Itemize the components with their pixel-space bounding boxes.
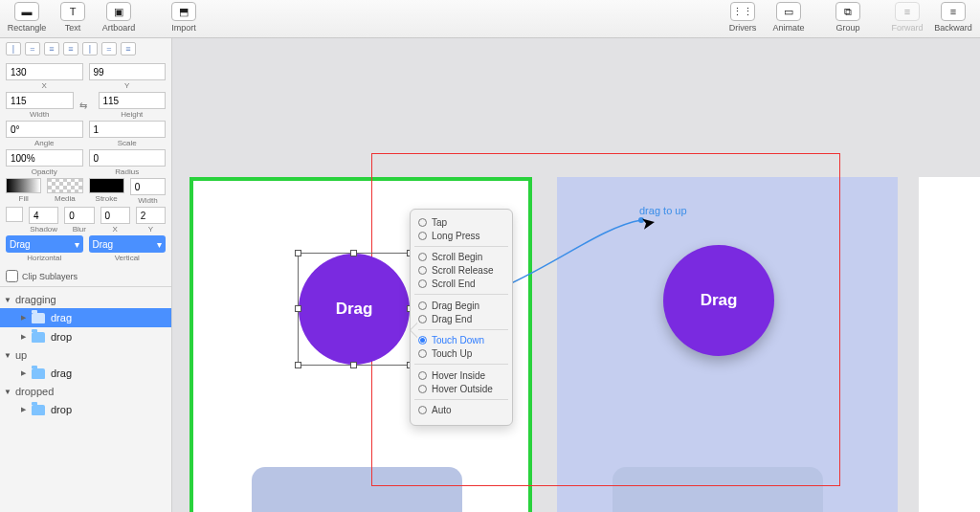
tool-import[interactable]: ⬒Import [163,2,205,33]
trigger-scroll-begin[interactable]: Scroll Begin [414,251,508,264]
trigger-scroll-release[interactable]: Scroll Release [414,264,508,278]
trigger-hover-inside[interactable]: Hover Inside [414,368,508,382]
folder-icon [32,313,45,323]
shadow-swatch[interactable] [6,207,23,222]
tool-group[interactable]: ⧉Group [827,2,869,33]
width-label: Width [30,110,49,119]
clip-sublayers-checkbox[interactable]: Clip Sublayers [0,266,171,286]
height-label: Height [121,110,143,119]
stroke-width-label: Width [138,196,157,205]
shadow-x-label: X [112,225,117,234]
folder-icon [32,405,45,415]
layer-drag[interactable]: ▶drag [0,308,171,327]
trigger-long-press[interactable]: Long Press [414,229,508,247]
tool-rectangle[interactable]: ▬Rectangle [6,2,48,33]
shadow-x-input[interactable] [100,207,130,224]
scale-label: Scale [118,139,137,147]
shadow-input[interactable] [29,207,58,224]
trigger-scroll-end[interactable]: Scroll End [414,278,508,296]
selection-box[interactable] [298,253,411,366]
trigger-tap[interactable]: Tap [414,215,508,229]
tool-animate[interactable]: ▭Animate [768,2,810,33]
radius-input[interactable] [89,149,167,167]
layer-dropped-drop[interactable]: ▶drop [0,400,171,419]
stroke-label: Stroke [96,194,118,203]
layer-group-up[interactable]: ▼up [0,346,171,364]
tool-drivers[interactable]: ⋮⋮Drivers [722,2,764,33]
radius-label: Radius [115,167,139,176]
shadow-label: Shadow [30,225,57,234]
folder-icon [32,368,45,379]
tool-forward[interactable]: ≡Forward [886,2,928,33]
angle-input[interactable] [6,121,83,138]
tool-artboard[interactable]: ▣Artboard [98,2,140,33]
inspector-panel: |=≡≡|=≡ X Y Width ⇆ Height Angle Scale O… [0,38,172,512]
align-tools[interactable]: |=≡≡|=≡ [0,38,171,59]
overflow-h-label: Horizontal [27,254,61,262]
scale-input[interactable] [89,121,167,138]
overflow-h-select[interactable]: Drag▾ [6,235,83,253]
width-input[interactable] [6,92,74,109]
folder-icon [32,332,45,343]
trigger-menu: Tap Long Press Scroll Begin Scroll Relea… [410,209,513,426]
height-input[interactable] [99,92,167,109]
blur-label: Blur [73,225,86,234]
layers-panel: ▼dragging ▶drag ▶drop ▼up ▶drag ▼dropped… [0,286,171,512]
overflow-v-label: Vertical [115,254,140,262]
fill-swatch[interactable] [6,178,41,193]
media-label: Media [55,194,76,203]
trigger-drag-begin[interactable]: Drag Begin [414,299,508,312]
blur-input[interactable] [64,207,94,224]
layer-up-drag[interactable]: ▶drag [0,364,171,383]
x-input[interactable] [6,63,83,80]
layer-drop[interactable]: ▶drop [0,327,171,346]
opacity-label: Opacity [32,167,57,176]
lock-aspect-icon[interactable]: ⇆ [79,100,93,111]
shadow-y-label: Y [148,225,153,234]
trigger-auto[interactable]: Auto [414,404,508,417]
trigger-touch-up[interactable]: Touch Up [414,347,508,366]
overflow-v-select[interactable]: Drag▾ [89,235,167,253]
stroke-swatch[interactable] [89,178,124,193]
y-input[interactable] [89,63,167,80]
canvas[interactable]: Drag Drag drag to up ➤ Tap Long Press Sc… [172,38,980,512]
trigger-touch-down[interactable]: Touch Down [414,334,508,347]
drag-layer-right[interactable]: Drag [663,245,774,356]
tool-text[interactable]: TText [52,2,94,33]
trigger-hover-outside[interactable]: Hover Outside [414,382,508,400]
angle-label: Angle [34,139,54,147]
tool-backward[interactable]: ≡Backward [932,2,974,33]
layer-group-dragging[interactable]: ▼dragging [0,291,171,308]
y-label: Y [124,81,129,90]
trigger-drag-end[interactable]: Drag End [414,312,508,330]
opacity-input[interactable] [6,149,83,167]
fill-label: Fill [19,194,29,203]
artboard-dropped[interactable] [919,177,980,512]
layer-group-dropped[interactable]: ▼dropped [0,383,171,400]
shadow-y-input[interactable] [136,207,166,224]
media-swatch[interactable] [47,178,82,193]
toolbar: ▬Rectangle TText ▣Artboard ⬒Import ⋮⋮Dri… [0,0,980,38]
stroke-width-input[interactable] [130,178,166,195]
x-label: X [42,81,47,90]
